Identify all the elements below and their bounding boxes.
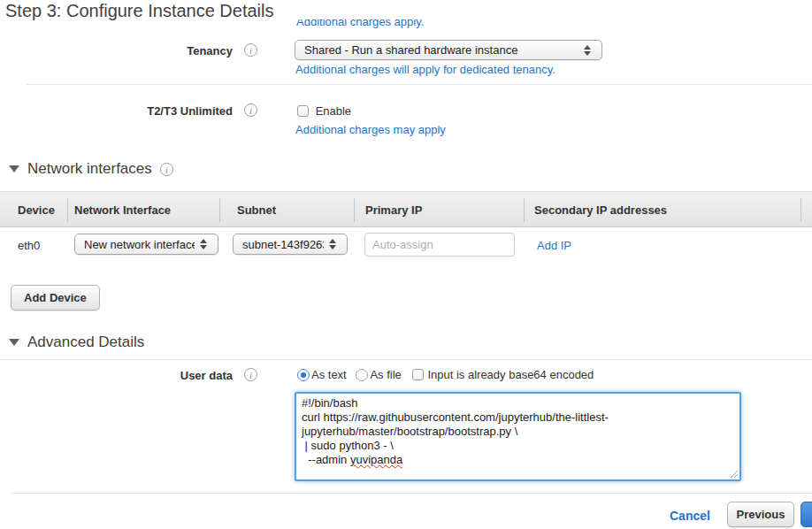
column-divider — [219, 198, 220, 222]
add-device-button[interactable]: Add Device — [11, 285, 100, 310]
t2t3-unlimited-label: T2/T3 Unlimited — [0, 104, 233, 118]
primary-action-button-cutoff[interactable] — [801, 502, 812, 527]
t2t3-charges-link[interactable]: Additional charges may apply — [295, 123, 446, 136]
section-divider — [27, 84, 812, 85]
tenancy-select-value: Shared - Run a shared hardware instance — [304, 43, 578, 57]
subnet-select[interactable]: subnet-143f9263 — [233, 234, 348, 255]
as-file-radio[interactable] — [356, 369, 368, 381]
tenancy-select[interactable]: Shared - Run a shared hardware instance — [295, 40, 602, 60]
t2t3-enable-field: Enable — [297, 104, 351, 118]
col-header-device: Device — [18, 203, 55, 217]
network-interface-select-value: New network interface — [84, 238, 195, 251]
col-header-primary-ip: Primary IP — [365, 203, 422, 217]
user-data-info-icon[interactable]: i — [244, 368, 257, 381]
add-ip-link[interactable]: Add IP — [537, 239, 571, 252]
collapse-triangle-icon — [9, 165, 19, 172]
tenancy-info-icon[interactable]: i — [244, 43, 257, 57]
previous-button[interactable]: Previous — [727, 502, 794, 527]
select-stepper-icon — [578, 45, 596, 56]
collapse-triangle-icon — [9, 339, 19, 346]
user-data-textarea[interactable]: #!/bin/bashcurl https://raw.githubuserco… — [295, 392, 741, 481]
column-divider — [354, 198, 355, 222]
footer-divider — [11, 493, 812, 494]
as-text-radio[interactable] — [297, 369, 310, 381]
user-data-text: #!/bin/bashcurl https://raw.githubuserco… — [302, 396, 734, 467]
section-divider — [0, 359, 812, 360]
enable-checkbox-label: Enable — [316, 104, 351, 118]
subnet-select-value: subnet-143f9263 — [242, 238, 324, 251]
network-interfaces-section-header[interactable]: Network interfaces i — [9, 160, 173, 178]
base64-checkbox[interactable] — [412, 369, 424, 380]
base64-checkbox-label: Input is already base64 encoded — [427, 368, 594, 381]
as-text-label: As text — [311, 368, 347, 381]
user-data-options: As text As file Input is already base64 … — [297, 368, 594, 381]
select-stepper-icon — [324, 239, 341, 249]
as-file-label: As file — [370, 368, 401, 381]
resize-handle[interactable] — [729, 469, 739, 479]
select-stepper-icon — [195, 239, 212, 249]
advanced-details-section-header[interactable]: Advanced Details — [9, 334, 144, 351]
column-divider — [524, 198, 525, 222]
t2t3-info-icon[interactable]: i — [244, 104, 257, 117]
column-divider — [67, 198, 68, 222]
advanced-details-title: Advanced Details — [27, 334, 144, 351]
primary-ip-input[interactable] — [364, 233, 515, 257]
network-interface-select[interactable]: New network interface — [74, 234, 218, 255]
col-header-network-interface: Network Interface — [74, 203, 171, 217]
network-interfaces-title: Network interfaces — [27, 160, 152, 178]
tenancy-charges-link[interactable]: Additional charges will apply for dedica… — [295, 63, 555, 76]
user-data-label: User data — [0, 369, 233, 382]
col-header-secondary-ip: Secondary IP addresses — [534, 203, 667, 217]
network-interfaces-info-icon[interactable]: i — [160, 163, 173, 176]
network-interfaces-table-header: Device Network Interface Subnet Primary … — [0, 191, 812, 227]
column-divider — [801, 198, 801, 222]
tenancy-label: Tenancy — [0, 44, 233, 58]
device-name: eth0 — [18, 239, 40, 252]
col-header-subnet: Subnet — [237, 203, 276, 217]
page-title: Step 3: Configure Instance Details — [0, 0, 812, 21]
configure-instance-details-page: Additional charges apply. Step 3: Config… — [0, 0, 812, 529]
cancel-link[interactable]: Cancel — [670, 509, 710, 523]
enable-checkbox[interactable] — [297, 105, 309, 117]
title-bar: Step 3: Configure Instance Details — [0, 0, 812, 19]
